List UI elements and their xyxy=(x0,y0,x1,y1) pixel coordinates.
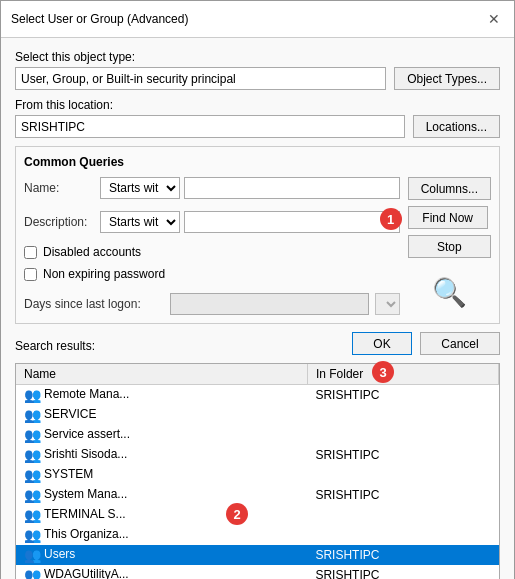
select-user-dialog: Select User or Group (Advanced) ✕ Select… xyxy=(0,0,515,579)
cancel-button[interactable]: Cancel xyxy=(420,332,500,355)
nonexpiring-checkbox[interactable] xyxy=(24,268,37,281)
cell-folder xyxy=(307,505,498,525)
results-header-row: Search results: OK Cancel 3 xyxy=(15,332,500,355)
location-section: From this location: Locations... xyxy=(15,98,500,138)
cell-folder: SRISHTIPC xyxy=(307,565,498,579)
cell-folder: SRISHTIPC xyxy=(307,485,498,505)
table-row[interactable]: 👥WDAGUtilityA...SRISHTIPC xyxy=(16,565,499,579)
annotation-2: 2 xyxy=(226,503,248,525)
annotation-1: 1 xyxy=(380,208,402,230)
location-label: From this location: xyxy=(15,98,500,112)
name-query-label: Name: xyxy=(24,181,96,195)
results-table-wrap: Name In Folder 👥Remote Mana...SRISHTIPC👥… xyxy=(15,363,500,579)
desc-input[interactable] xyxy=(184,211,400,233)
dialog-body: Select this object type: Object Types...… xyxy=(1,38,514,579)
object-type-label: Select this object type: xyxy=(15,50,500,64)
col-name: Name xyxy=(16,364,307,385)
cell-name: 👥Remote Mana... xyxy=(16,385,307,406)
cell-name: 👥System Mana... xyxy=(16,485,307,505)
name-query-row: Name: Starts with Is exactly xyxy=(24,177,400,199)
row-icon: 👥 xyxy=(24,487,40,503)
table-row[interactable]: 👥SYSTEM xyxy=(16,465,499,485)
object-types-button[interactable]: Object Types... xyxy=(394,67,500,90)
results-table-body: 👥Remote Mana...SRISHTIPC👥SERVICE👥Service… xyxy=(16,385,499,580)
cell-name: 👥Srishti Sisoda... xyxy=(16,445,307,465)
cell-name: 👥This Organiza... xyxy=(16,525,307,545)
row-icon: 👥 xyxy=(24,387,40,403)
table-row[interactable]: 👥Srishti Sisoda...SRISHTIPC xyxy=(16,445,499,465)
columns-button[interactable]: Columns... xyxy=(408,177,491,200)
days-dropdown: ▼ xyxy=(375,293,400,315)
cell-folder: SRISHTIPC xyxy=(307,385,498,406)
table-row[interactable]: 👥SERVICE xyxy=(16,405,499,425)
desc-query-label: Description: xyxy=(24,215,96,229)
disabled-accounts-row: Disabled accounts xyxy=(24,245,400,259)
cell-name: 👥Service assert... xyxy=(16,425,307,445)
title-bar: Select User or Group (Advanced) ✕ xyxy=(1,1,514,38)
table-row[interactable]: 👥Service assert... xyxy=(16,425,499,445)
right-buttons: Columns... Find Now 1 Stop 🔍 xyxy=(408,177,491,315)
object-type-input[interactable] xyxy=(15,67,386,90)
days-input xyxy=(170,293,369,315)
days-label: Days since last logon: xyxy=(24,297,164,311)
location-input[interactable] xyxy=(15,115,405,138)
row-icon: 👥 xyxy=(24,447,40,463)
row-icon: 👥 xyxy=(24,547,40,563)
dialog-title: Select User or Group (Advanced) xyxy=(11,12,188,26)
common-queries-box: Common Queries Name: Starts with Is exac… xyxy=(15,146,500,324)
cell-name: 👥WDAGUtilityA... xyxy=(16,565,307,579)
ok-cancel-area: OK Cancel 3 xyxy=(352,332,500,355)
row-icon: 👥 xyxy=(24,467,40,483)
queries-and-buttons: Name: Starts with Is exactly Description… xyxy=(24,177,491,315)
search-results-label: Search results: xyxy=(15,339,95,353)
queries-left: Name: Starts with Is exactly Description… xyxy=(24,177,400,315)
cell-folder xyxy=(307,405,498,425)
disabled-accounts-label: Disabled accounts xyxy=(43,245,141,259)
cell-folder xyxy=(307,465,498,485)
cell-name: 👥SERVICE xyxy=(16,405,307,425)
cell-folder: SRISHTIPC xyxy=(307,545,498,565)
find-now-button[interactable]: Find Now xyxy=(408,206,488,229)
row-icon: 👥 xyxy=(24,567,40,579)
desc-dropdown[interactable]: Starts with Is exactly xyxy=(100,211,180,233)
annotation-3: 3 xyxy=(372,361,394,383)
row-icon: 👥 xyxy=(24,507,40,523)
cell-name: 👥Users xyxy=(16,545,307,565)
cell-folder xyxy=(307,425,498,445)
table-row[interactable]: 👥System Mana...SRISHTIPC xyxy=(16,485,499,505)
results-table-header: Name In Folder xyxy=(16,364,499,385)
stop-button[interactable]: Stop xyxy=(408,235,491,258)
cell-folder xyxy=(307,525,498,545)
row-icon: 👥 xyxy=(24,527,40,543)
ok-button[interactable]: OK xyxy=(352,332,412,355)
nonexpiring-label: Non expiring password xyxy=(43,267,165,281)
location-row: Locations... xyxy=(15,115,500,138)
cell-name: 👥TERMINAL S... xyxy=(16,505,307,525)
table-row[interactable]: 👥TERMINAL S... xyxy=(16,505,499,525)
object-type-row: Object Types... xyxy=(15,67,500,90)
disabled-accounts-checkbox[interactable] xyxy=(24,246,37,259)
object-type-section: Select this object type: Object Types... xyxy=(15,50,500,90)
magnifier-icon: 🔍 xyxy=(408,276,491,309)
results-table: Name In Folder 👥Remote Mana...SRISHTIPC👥… xyxy=(16,364,499,579)
desc-query-row: Description: Starts with Is exactly xyxy=(24,211,400,233)
table-row[interactable]: 👥UsersSRISHTIPC xyxy=(16,545,499,565)
common-queries-title: Common Queries xyxy=(24,155,491,169)
cell-folder: SRISHTIPC xyxy=(307,445,498,465)
col-folder: In Folder xyxy=(307,364,498,385)
cell-name: 👥SYSTEM xyxy=(16,465,307,485)
days-row: Days since last logon: ▼ xyxy=(24,293,400,315)
close-button[interactable]: ✕ xyxy=(484,9,504,29)
table-row[interactable]: 👥This Organiza... xyxy=(16,525,499,545)
table-row[interactable]: 👥Remote Mana...SRISHTIPC xyxy=(16,385,499,406)
locations-button[interactable]: Locations... xyxy=(413,115,500,138)
row-icon: 👥 xyxy=(24,427,40,443)
row-icon: 👥 xyxy=(24,407,40,423)
name-dropdown[interactable]: Starts with Is exactly xyxy=(100,177,180,199)
nonexpiring-row: Non expiring password xyxy=(24,267,400,281)
name-input[interactable] xyxy=(184,177,400,199)
